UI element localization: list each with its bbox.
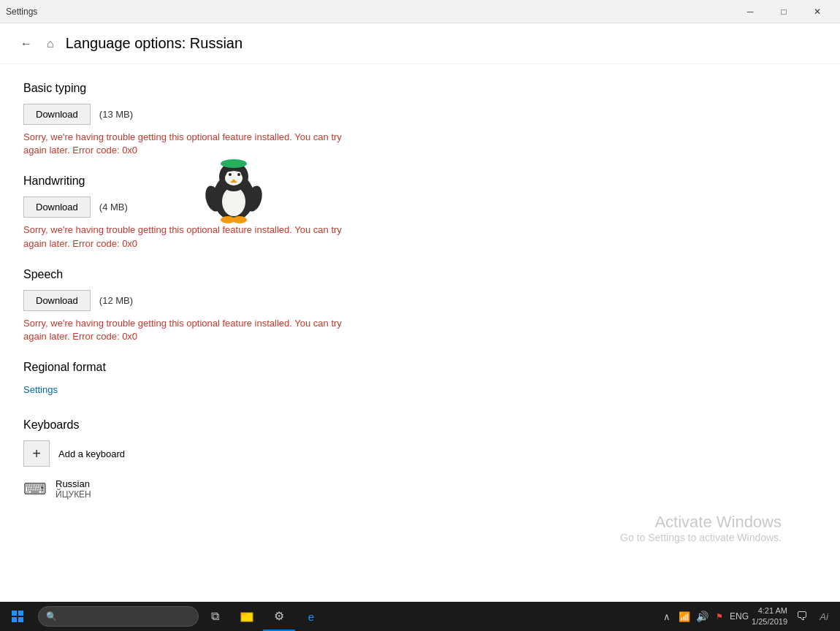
basic-typing-title: Basic typing: [23, 82, 817, 95]
penguin-image: [197, 153, 270, 226]
keyboards-title: Keyboards: [23, 418, 817, 432]
handwriting-error: Sorry, we're having trouble getting this…: [23, 223, 359, 250]
svg-point-7: [237, 173, 240, 176]
speech-size: (12 MB): [99, 295, 133, 306]
clock-time: 4:21 AM: [752, 605, 787, 616]
handwriting-size: (4 MB): [99, 202, 128, 213]
close-button[interactable]: ✕: [801, 0, 834, 23]
keyboard-row: ⌨ Russian ЙЦУКЕН: [23, 478, 817, 500]
handwriting-download-row: Download (4 MB): [23, 196, 817, 218]
regional-format-section: Regional format Settings: [23, 361, 817, 413]
maximize-button[interactable]: □: [767, 0, 801, 23]
title-bar-left: Settings: [6, 7, 37, 17]
svg-rect-16: [241, 613, 246, 615]
svg-point-13: [221, 159, 247, 168]
activate-windows-watermark: Activate Windows Go to Settings to activ…: [620, 513, 782, 543]
notification-flag-icon[interactable]: ⚑: [712, 602, 727, 631]
handwriting-title: Handwriting: [23, 175, 817, 188]
notification-center-button[interactable]: 🗨: [790, 602, 814, 631]
start-button[interactable]: [0, 602, 35, 631]
speech-error: Sorry, we're having trouble getting this…: [23, 317, 359, 343]
watermark-title: Activate Windows: [620, 513, 782, 532]
ie-icon[interactable]: e: [295, 602, 327, 631]
basic-typing-download-button[interactable]: Download: [23, 104, 91, 125]
title-bar: Settings ─ □ ✕: [0, 0, 840, 23]
keyboard-icon: ⌨: [23, 480, 47, 499]
handwriting-section: Handwriting Download (4 MB) Sorry, we're…: [23, 175, 817, 250]
file-explorer-icon[interactable]: [231, 602, 263, 631]
settings-title: Settings: [6, 7, 37, 17]
title-bar-controls: ─ □ ✕: [733, 0, 834, 23]
basic-typing-size: (13 MB): [99, 109, 133, 120]
svg-point-12: [232, 216, 247, 223]
watermark-subtitle: Go to Settings to activate Windows.: [620, 532, 782, 543]
regional-format-settings-link[interactable]: Settings: [23, 384, 58, 395]
back-button[interactable]: ←: [18, 34, 35, 53]
language-indicator[interactable]: ENG: [730, 611, 749, 622]
basic-typing-error: Sorry, we're having trouble getting this…: [23, 131, 359, 157]
speech-section: Speech Download (12 MB) Sorry, we're hav…: [23, 268, 817, 343]
add-keyboard-row: + Add a keyboard: [23, 440, 817, 467]
clock[interactable]: 4:21 AM 1/25/2019: [752, 605, 787, 628]
taskbar-right: ∧ 📶 🔊 ⚑ ENG 4:21 AM 1/25/2019 🗨 Ai: [660, 602, 840, 631]
page-title: Language options: Russian: [66, 35, 243, 52]
basic-typing-section: Basic typing Download (13 MB) Sorry, we'…: [23, 82, 817, 157]
header: ← ⌂ Language options: Russian: [0, 23, 840, 64]
speech-title: Speech: [23, 268, 817, 281]
minimize-button[interactable]: ─: [733, 0, 767, 23]
handwriting-download-button[interactable]: Download: [23, 196, 91, 218]
taskbar-left: 🔍 ⧉ ⚙ e: [0, 602, 327, 631]
chevron-up-icon[interactable]: ∧: [660, 602, 674, 631]
home-icon: ⌂: [47, 37, 54, 50]
keyboard-name: Russian: [56, 478, 91, 489]
taskbar: 🔍 ⧉ ⚙ e ∧ 📶 🔊 ⚑ ENG 4:21 AM 1/25/2019 🗨 …: [0, 602, 840, 631]
add-keyboard-button[interactable]: +: [23, 440, 50, 467]
add-keyboard-label: Add a keyboard: [58, 448, 125, 459]
svg-point-6: [229, 173, 232, 176]
ai-button[interactable]: Ai: [817, 602, 831, 631]
search-icon: 🔍: [46, 611, 57, 622]
speech-download-row: Download (12 MB): [23, 290, 817, 311]
regional-format-title: Regional format: [23, 361, 817, 374]
keyboard-layout: ЙЦУКЕН: [56, 489, 91, 500]
keyboard-info: Russian ЙЦУКЕН: [56, 478, 91, 500]
back-icon: ←: [20, 37, 32, 50]
clock-date: 1/25/2019: [752, 616, 787, 627]
volume-icon[interactable]: 🔊: [695, 602, 709, 631]
speech-download-button[interactable]: Download: [23, 290, 91, 311]
network-icon[interactable]: 📶: [677, 602, 692, 631]
task-view-icon[interactable]: ⧉: [199, 602, 231, 631]
taskbar-search[interactable]: 🔍: [38, 606, 199, 627]
basic-typing-download-row: Download (13 MB): [23, 104, 817, 125]
settings-icon[interactable]: ⚙: [263, 602, 295, 631]
keyboards-section: Keyboards + Add a keyboard ⌨ Russian ЙЦУ…: [23, 418, 817, 500]
windows-logo-icon: [12, 611, 23, 622]
